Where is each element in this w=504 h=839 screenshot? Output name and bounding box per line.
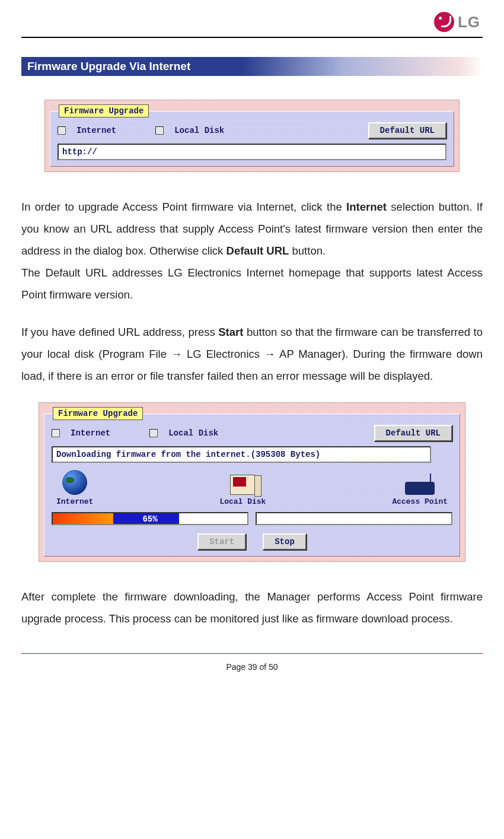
localdisk-checkbox[interactable] — [155, 126, 164, 135]
group-title: Firmware Upgrade — [59, 104, 149, 117]
default-url-button-2[interactable]: Default URL — [374, 425, 452, 441]
internet-icon-label: Internet — [56, 497, 93, 506]
download-progress-bar: 65% — [52, 512, 248, 525]
access-point-icon — [405, 482, 435, 495]
paragraph-1: In order to upgrade Access Point firmwar… — [21, 196, 483, 306]
globe-icon — [62, 470, 87, 495]
brand-name: LG — [458, 13, 480, 31]
localdisk-icon-label: Local Disk — [219, 497, 266, 506]
paragraph-3: After complete the firmware downloading,… — [21, 586, 483, 630]
progress-text: 65% — [53, 514, 247, 524]
status-field: Downloading firmware from the internet.(… — [52, 446, 431, 463]
group-title-2: Firmware Upgrade — [53, 407, 143, 420]
localdisk-option-label: Local Disk — [174, 126, 224, 135]
page-number: Page 39 of 50 — [21, 662, 483, 672]
lg-mark-icon — [434, 12, 454, 32]
accesspoint-icon-label: Access Point — [392, 497, 448, 506]
internet-checkbox-2[interactable] — [52, 429, 60, 437]
default-url-button[interactable]: Default URL — [368, 122, 446, 139]
url-input[interactable]: http:// — [58, 144, 446, 160]
localdisk-checkbox-2[interactable] — [149, 429, 158, 437]
paragraph-2: If you have defined URL address, press S… — [21, 321, 483, 387]
firmware-upgrade-screenshot-2: Firmware Upgrade Internet Local Disk Def… — [39, 402, 465, 562]
upgrade-progress-bar — [256, 512, 452, 525]
firmware-upgrade-screenshot-1: Firmware Upgrade Internet Local Disk Def… — [44, 100, 460, 172]
computer-icon — [230, 475, 255, 495]
brand-logo: LG — [21, 12, 483, 34]
header-rule — [21, 37, 483, 38]
start-button[interactable]: Start — [197, 533, 246, 550]
footer-rule — [21, 653, 483, 654]
section-heading: Firmware Upgrade Via Internet — [21, 57, 483, 76]
internet-checkbox[interactable] — [58, 126, 66, 135]
localdisk-option-label-2: Local Disk — [168, 428, 218, 438]
internet-option-label: Internet — [76, 126, 116, 135]
stop-button[interactable]: Stop — [263, 533, 307, 550]
internet-option-label-2: Internet — [71, 428, 110, 438]
